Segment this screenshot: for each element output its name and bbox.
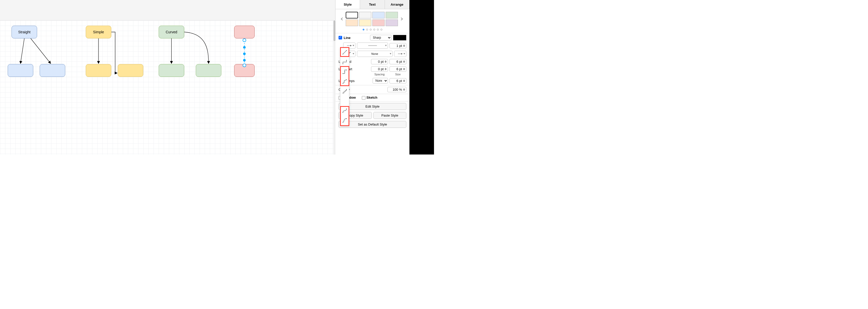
svg-point-13 xyxy=(343,73,343,74)
svg-point-16 xyxy=(343,83,343,84)
shape-curved-b2[interactable] xyxy=(196,64,221,77)
line-color[interactable] xyxy=(393,35,406,40)
shape-simple-b2[interactable] xyxy=(118,64,143,77)
connector-option-orthogonal[interactable] xyxy=(340,67,349,77)
waypoint-handle[interactable] xyxy=(243,53,246,55)
line-end-spacing[interactable]: 0 pt xyxy=(371,59,388,64)
svg-point-18 xyxy=(343,93,343,93)
line-label: Line xyxy=(344,36,350,40)
swatch[interactable] xyxy=(346,12,358,19)
top-toolbar xyxy=(0,0,335,21)
waypoint-handle[interactable] xyxy=(243,59,246,61)
line-jumps-size[interactable]: 6 pt xyxy=(390,78,406,84)
size-header: Size xyxy=(390,73,406,76)
svg-line-1 xyxy=(31,38,51,63)
endpoint-handle[interactable] xyxy=(243,38,246,42)
sketch-label: Sketch xyxy=(367,95,377,100)
scrollbar-thumb[interactable] xyxy=(334,21,336,41)
swatch[interactable] xyxy=(385,12,398,19)
line-end-size[interactable]: 6 pt xyxy=(390,59,406,64)
palette-next[interactable] xyxy=(399,15,404,23)
connector-option-curved[interactable] xyxy=(340,106,349,116)
scrollbar[interactable] xyxy=(334,21,336,154)
shape-curved-top[interactable]: Curved xyxy=(159,26,184,38)
window-edge xyxy=(409,0,434,154)
svg-point-17 xyxy=(346,79,347,80)
diagram-canvas[interactable]: Straight Simple Curved xyxy=(0,21,335,154)
connector-type-select[interactable]: None xyxy=(357,51,393,57)
svg-point-19 xyxy=(346,89,347,90)
format-panel: Style Text Arrange Line xyxy=(335,0,409,154)
connector-option-isometric[interactable] xyxy=(340,77,349,86)
svg-line-8 xyxy=(343,51,346,54)
palette-prev[interactable] xyxy=(340,15,344,23)
color-presets xyxy=(336,9,409,29)
connector-style-popover xyxy=(340,47,349,125)
line-start-arrow-select[interactable] xyxy=(394,51,406,57)
line-jumps-select[interactable]: None xyxy=(373,78,388,84)
shape-straight-b1[interactable] xyxy=(8,64,33,77)
connector-option-unknown[interactable] xyxy=(340,96,349,106)
paste-style-button[interactable]: Paste Style xyxy=(373,112,407,119)
svg-point-9 xyxy=(343,54,343,55)
tab-style[interactable]: Style xyxy=(336,0,360,9)
shape-red-top[interactable] xyxy=(234,26,255,38)
swatch[interactable] xyxy=(372,20,384,26)
line-start-size[interactable]: 6 pt xyxy=(390,66,406,72)
opacity-input[interactable]: 100 % xyxy=(388,87,406,92)
swatch[interactable] xyxy=(359,20,371,26)
svg-point-15 xyxy=(346,70,347,71)
swatch[interactable] xyxy=(372,12,384,19)
connector-option-ortho-simple[interactable] xyxy=(340,57,349,67)
line-start-spacing[interactable]: 0 pt xyxy=(371,66,388,72)
waypoint-handle[interactable] xyxy=(243,46,246,49)
svg-point-22 xyxy=(343,122,343,123)
panel-tabs: Style Text Arrange xyxy=(336,0,409,9)
shape-simple-top[interactable]: Simple xyxy=(86,26,111,38)
app-frame: Straight Simple Curved xyxy=(0,0,434,154)
line-stroke-select[interactable] xyxy=(357,43,388,49)
shape-curved-b1[interactable] xyxy=(159,64,184,77)
connector-option-straight[interactable] xyxy=(340,48,349,57)
sketch-checkbox[interactable] xyxy=(362,96,365,100)
connector-option-entity[interactable] xyxy=(340,116,349,125)
canvas-area: Straight Simple Curved xyxy=(0,0,335,154)
shape-simple-b1[interactable] xyxy=(86,64,111,77)
connector-option-stepped[interactable] xyxy=(340,86,349,96)
palette-pager[interactable] xyxy=(336,29,409,32)
swatch[interactable] xyxy=(385,20,398,26)
shape-label: Straight xyxy=(18,30,30,34)
svg-point-14 xyxy=(344,72,345,72)
swatch[interactable] xyxy=(346,20,358,26)
svg-point-23 xyxy=(346,118,347,119)
svg-point-21 xyxy=(346,109,347,109)
spacing-header: Spacing xyxy=(371,73,388,76)
svg-point-12 xyxy=(346,60,347,61)
shape-straight-top[interactable]: Straight xyxy=(11,26,37,38)
arrow-layer xyxy=(0,21,335,154)
swatch[interactable] xyxy=(359,12,371,19)
tab-text[interactable]: Text xyxy=(360,0,384,9)
svg-point-11 xyxy=(343,63,343,64)
shape-label: Curved xyxy=(165,30,177,34)
svg-point-20 xyxy=(343,112,343,113)
line-checkbox[interactable] xyxy=(339,36,342,39)
endpoint-handle[interactable] xyxy=(243,63,246,67)
line-width-input[interactable]: 1 pt xyxy=(390,43,406,49)
shape-label: Simple xyxy=(93,30,104,34)
svg-line-0 xyxy=(21,38,24,63)
tab-arrange[interactable]: Arrange xyxy=(385,0,409,9)
shape-straight-b2[interactable] xyxy=(40,64,65,77)
svg-point-10 xyxy=(346,50,347,51)
line-style-select[interactable]: Sharp xyxy=(370,35,392,40)
